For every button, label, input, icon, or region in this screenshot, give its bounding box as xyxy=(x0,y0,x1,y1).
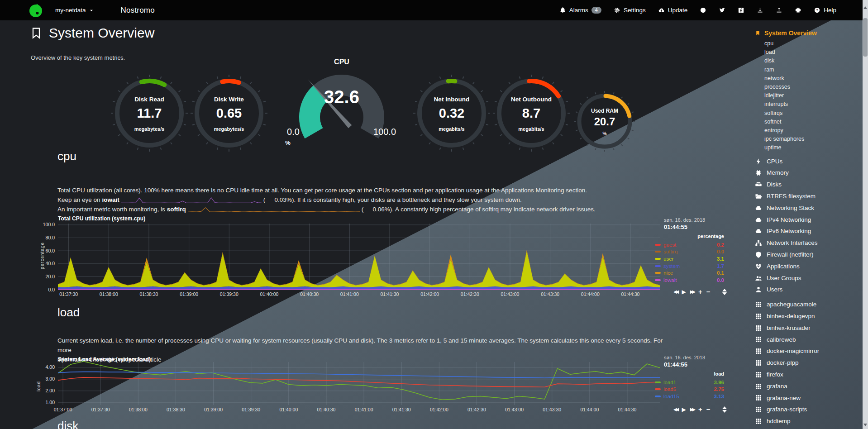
legend-value: 0.0 xyxy=(717,277,724,283)
update-button[interactable]: Update xyxy=(658,7,688,14)
facebook-link[interactable] xyxy=(738,7,744,14)
sidebar-item-apacheguacamole[interactable]: apacheguacamole xyxy=(755,299,863,310)
settings-button[interactable]: Settings xyxy=(614,7,646,14)
sidebar-item-uptime[interactable]: uptime xyxy=(764,143,863,152)
brand-title: Nostromo xyxy=(121,6,155,15)
twitter-link[interactable] xyxy=(719,7,725,14)
sidebar-item-disks[interactable]: Disks xyxy=(755,179,863,191)
legend-row-load15[interactable]: load153.13 xyxy=(655,393,724,400)
legend-name: system xyxy=(663,263,680,269)
sidebar-item-users[interactable]: Users xyxy=(755,284,863,296)
sidebar-item-calibreweb[interactable]: calibreweb xyxy=(755,334,863,346)
sidebar-item-network-interfaces[interactable]: Network Interfaces xyxy=(755,237,863,249)
zoom-out-button[interactable]: − xyxy=(706,405,711,413)
sidebar-item-binhex-krusader[interactable]: binhex-krusader xyxy=(755,322,863,334)
zoom-in-button[interactable]: + xyxy=(698,405,702,413)
sidebar-item-label: hddtemp xyxy=(767,415,791,427)
legend-row-load5[interactable]: load52.75 xyxy=(655,386,724,393)
hostname-dropdown[interactable]: my-netdata xyxy=(55,7,95,14)
sidebar-item-label: binhex-krusader xyxy=(767,322,811,334)
help-button[interactable]: Help xyxy=(814,7,836,14)
pan-backward-button[interactable]: ◀◀ xyxy=(673,289,677,294)
sidebar-item-docker-magicmirror[interactable]: docker-magicmirror xyxy=(755,345,863,357)
sidebar-item-ipv4-networking[interactable]: IPv4 Networking xyxy=(755,214,863,226)
gauge-net-inbound[interactable]: Net Inbound0.32megabits/s xyxy=(412,73,491,153)
sidebar-item-network[interactable]: network xyxy=(764,74,863,83)
legend-row-softirq[interactable]: softirq0.0 xyxy=(655,248,724,256)
gauge-used-ram[interactable]: Used RAM20.7% xyxy=(573,90,636,153)
sidebar-item-grafana-new[interactable]: grafana-new xyxy=(755,392,863,404)
alarms-button[interactable]: Alarms 4 xyxy=(559,7,601,14)
iowait-sparkline-chart[interactable] xyxy=(121,196,262,204)
sidebar-item-entropy[interactable]: entropy xyxy=(764,126,863,135)
play-button[interactable]: ▶ xyxy=(682,406,686,413)
sidebar-item-memory[interactable]: Memory xyxy=(755,167,863,179)
netdata-logo-icon[interactable] xyxy=(28,3,43,18)
import-snapshot-button[interactable] xyxy=(776,7,782,14)
sidebar-item-ipc-semaphores[interactable]: ipc semaphores xyxy=(764,135,863,143)
sidebar-item-softirqs[interactable]: softirqs xyxy=(764,109,863,118)
sidebar-item-disk[interactable]: disk xyxy=(764,57,863,65)
softirq-sparkline-chart[interactable] xyxy=(188,206,360,213)
gauge-value: 0.65 xyxy=(189,106,269,121)
zoom-out-button[interactable]: − xyxy=(706,288,711,296)
gauge-disk-write[interactable]: Disk Write0.65megabytes/s xyxy=(189,73,269,153)
cpu-gauge-chart[interactable]: CPU 32.6 0.0 % 100.0 xyxy=(277,58,406,151)
legend-row-guest[interactable]: guest0.2 xyxy=(655,241,724,248)
sidebar-item-hddtemp[interactable]: hddtemp xyxy=(755,415,863,427)
cpu-description-line3: An important metric worth monitoring, is… xyxy=(57,205,664,214)
scroll-down-arrow[interactable] xyxy=(863,424,867,426)
legend-row-user[interactable]: user3.1 xyxy=(655,255,724,262)
sidebar-item-interrupts[interactable]: interrupts xyxy=(764,100,863,109)
sidebar-item-idlejitter[interactable]: idlejitter xyxy=(764,91,863,100)
sidebar-item-user-groups[interactable]: User Groups xyxy=(755,272,863,284)
load-chart-canvas[interactable]: 01:37:0001:37:3001:38:0001:38:3001:39:00… xyxy=(58,362,664,416)
gauge-net-outbound[interactable]: Net Outbound8.7megabits/s xyxy=(491,73,571,153)
legend-name: load5 xyxy=(663,386,676,392)
legend-row-system[interactable]: system1.7 xyxy=(655,262,724,270)
print-button[interactable] xyxy=(795,7,801,14)
x-tick: 01:43:30 xyxy=(541,291,559,297)
sidebar-item-system-overview[interactable]: System Overview xyxy=(755,29,863,37)
scroll-up-arrow[interactable] xyxy=(863,6,867,9)
help-label: Help xyxy=(824,7,836,14)
load-chart-resize-handle[interactable] xyxy=(722,406,727,413)
pan-forward-button[interactable]: ▶▶ xyxy=(690,289,694,294)
sidebar-item-btrfs-filesystem[interactable]: BTRFS filesystem xyxy=(755,191,863,202)
page-subtitle: Overview of the key system metrics. xyxy=(31,54,125,61)
legend-row-load1[interactable]: load13.96 xyxy=(655,379,724,386)
sidebar-item-networking-stack[interactable]: Networking Stack xyxy=(755,202,863,214)
scrollbar-thumb[interactable] xyxy=(863,18,868,57)
gauge-units: megabytes/s xyxy=(110,126,189,132)
sidebar-item-firefox[interactable]: firefox xyxy=(755,369,863,381)
pan-backward-button[interactable]: ◀◀ xyxy=(673,407,677,412)
gauge-disk-read[interactable]: Disk Read11.7megabytes/s xyxy=(110,73,189,153)
sidebar-item-docker-plpp[interactable]: docker-plpp xyxy=(755,357,863,369)
sidebar-item-load[interactable]: load xyxy=(764,48,863,57)
pan-forward-button[interactable]: ▶▶ xyxy=(690,407,694,412)
chevron-down-icon xyxy=(88,7,95,14)
sidebar-item-grafana[interactable]: grafana xyxy=(755,381,863,392)
sidebar-item-binhex-delugevpn[interactable]: binhex-delugevpn xyxy=(755,310,863,322)
sidebar-item-applications[interactable]: Applications xyxy=(755,261,863,272)
legend-row-iowait[interactable]: iowait0.0 xyxy=(655,276,724,284)
page-scrollbar[interactable] xyxy=(863,0,868,429)
sidebar-item-softnet[interactable]: softnet xyxy=(764,118,863,126)
bookmark-outline-icon xyxy=(30,26,43,40)
sidebar-item-processes[interactable]: processes xyxy=(764,83,863,91)
github-link[interactable] xyxy=(700,7,706,14)
sidebar-item-firewall-netfilter-[interactable]: Firewall (netfilter) xyxy=(755,249,863,261)
sidebar-item-ipv6-networking[interactable]: IPv6 Networking xyxy=(755,225,863,237)
sidebar-item-cpus[interactable]: CPUs xyxy=(755,156,863,167)
sidebar-item-grafana-scripts[interactable]: grafana-scripts xyxy=(755,404,863,415)
export-snapshot-button[interactable] xyxy=(757,7,763,14)
zoom-in-button[interactable]: + xyxy=(698,288,702,296)
legend-value: 3.13 xyxy=(714,394,724,399)
cpu-chart-resize-handle[interactable] xyxy=(722,289,727,295)
play-button[interactable]: ▶ xyxy=(682,289,686,295)
cpu-chart-canvas[interactable]: 01:37:3001:38:0001:38:3001:39:0001:39:30… xyxy=(58,224,664,300)
sidebar-item-ram[interactable]: ram xyxy=(764,66,863,74)
x-tick: 01:42:30 xyxy=(467,407,486,412)
legend-row-nice[interactable]: nice0.1 xyxy=(655,269,724,276)
sidebar-item-cpu[interactable]: cpu xyxy=(764,39,863,48)
